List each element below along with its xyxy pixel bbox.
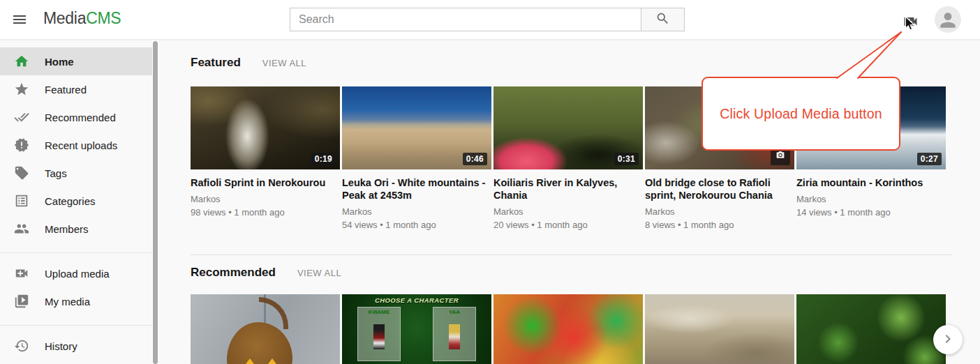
game-character-panel: YAA	[433, 307, 476, 361]
video-thumbnail[interactable]	[493, 294, 643, 364]
game-character-sprite	[373, 324, 385, 349]
chevron-right-icon	[940, 331, 956, 349]
media-meta: 20 views • 1 month ago	[493, 220, 643, 230]
duration-badge: 0:19	[311, 153, 336, 165]
logo-cms: CMS	[86, 9, 121, 27]
sidebar-item-upload-media[interactable]: Upload media	[0, 259, 152, 287]
sidebar-item-label: Tags	[45, 167, 67, 179]
carousel-next-button[interactable]	[933, 325, 963, 354]
media-meta: 54 views • 1 month ago	[342, 220, 491, 230]
media-title[interactable]: Koiliaris River in Kalyves, Chania	[493, 176, 643, 202]
view-all-link[interactable]: VIEW ALL	[262, 58, 306, 68]
media-card	[493, 294, 643, 364]
upload-media-button[interactable]	[900, 13, 921, 30]
video-thumbnail[interactable]: 0:46	[342, 86, 491, 169]
media-author[interactable]: Markos	[796, 194, 946, 204]
sidebar-item-history[interactable]: History	[0, 332, 152, 360]
media-author[interactable]: Markos	[191, 194, 340, 204]
recommended-section-header: Recommended VIEW ALL	[191, 266, 341, 280]
sidebar-item-label: History	[45, 340, 77, 352]
duration-badge: 0:31	[614, 153, 639, 165]
game-character-sprite	[449, 324, 460, 349]
media-card	[796, 294, 946, 364]
video-thumbnail[interactable]	[645, 294, 794, 364]
featured-section-header: Featured VIEW ALL	[191, 56, 306, 70]
video-thumbnail[interactable]	[191, 294, 340, 364]
media-title[interactable]: Rafioli Sprint in Nerokourou	[191, 176, 340, 189]
media-author[interactable]: Markos	[342, 206, 491, 217]
media-card: 0:31 Koiliaris River in Kalyves, Chania …	[493, 86, 643, 230]
sidebar-item-recommended[interactable]: Recommended	[0, 103, 152, 131]
video-thumbnail[interactable]: CHOOSE A CHARACTER KWAME YAA Selected Se…	[342, 294, 491, 364]
app-logo[interactable]: MediaCMS	[43, 9, 121, 28]
done-all-icon	[14, 109, 31, 126]
sidebar-item-my-media[interactable]: My media	[0, 287, 152, 315]
duration-badge: 0:46	[463, 153, 487, 165]
photo-camera-icon	[775, 150, 785, 162]
people-icon	[14, 220, 31, 237]
search-button[interactable]	[641, 8, 685, 31]
sidebar-item-label: My media	[45, 296, 90, 308]
media-author[interactable]: Markos	[645, 206, 794, 217]
media-meta: 98 views • 1 month ago	[191, 207, 340, 218]
media-card: 0:46 Leuka Ori - White mountains - Peak …	[342, 86, 491, 230]
history-icon	[14, 338, 31, 354]
view-all-link[interactable]: VIEW ALL	[297, 268, 341, 278]
sidebar-item-label: Recommended	[45, 112, 116, 123]
duration-badge: 0:27	[917, 153, 942, 165]
media-author[interactable]: Markos	[493, 206, 643, 217]
sidebar-item-recent-uploads[interactable]: Recent uploads	[0, 131, 152, 159]
video-thumbnail[interactable]	[796, 294, 946, 364]
home-icon	[14, 53, 31, 70]
game-heading: CHOOSE A CHARACTER	[342, 296, 491, 304]
hamburger-menu-icon[interactable]	[10, 10, 29, 30]
sidebar-item-tags[interactable]: Tags	[0, 159, 152, 187]
sidebar-item-label: Featured	[45, 84, 87, 96]
search-input[interactable]	[290, 8, 641, 31]
sidebar-item-home[interactable]: Home	[0, 47, 152, 75]
section-title: Recommended	[191, 266, 276, 280]
search-bar	[290, 8, 685, 31]
annotation-text: Click Upload Media button	[720, 106, 882, 122]
search-icon	[655, 11, 670, 28]
sidebar-divider	[0, 252, 152, 253]
sidebar-item-label: Recent uploads	[45, 139, 117, 151]
media-card	[191, 294, 340, 364]
game-character-name: YAA	[433, 309, 475, 315]
user-avatar[interactable]	[935, 6, 961, 33]
star-icon	[14, 81, 31, 98]
top-bar: MediaCMS	[0, 0, 980, 40]
media-card: CHOOSE A CHARACTER KWAME YAA Selected Se…	[342, 294, 491, 364]
video-thumbnail[interactable]: 0:31	[493, 86, 643, 169]
sidebar-item-categories[interactable]: Categories	[0, 187, 152, 215]
tag-icon	[14, 165, 31, 181]
sidebar-item-label: Upload media	[45, 268, 110, 280]
game-character-panel: KWAME	[357, 307, 401, 361]
list-alt-icon	[14, 192, 31, 209]
media-card: 0:19 Rafioli Sprint in Nerokourou Markos…	[191, 86, 340, 230]
sidebar-item-members[interactable]: Members	[0, 215, 152, 243]
media-meta: 8 views • 1 month ago	[645, 220, 794, 230]
annotation-callout: Click Upload Media button	[701, 77, 900, 151]
section-divider	[191, 255, 952, 255]
thumbnail-detail	[244, 358, 256, 364]
media-card	[645, 294, 794, 364]
scrollbar-thumb[interactable]	[153, 41, 158, 364]
media-meta: 14 views • 1 month ago	[796, 207, 946, 218]
video-call-icon	[901, 22, 920, 32]
thumbnail-detail	[266, 358, 279, 364]
sidebar: Home Featured Recommended Recent uploads…	[0, 40, 152, 364]
sidebar-item-label: Members	[45, 223, 89, 235]
video-thumbnail[interactable]: 0:19	[191, 86, 340, 169]
sidebar-divider	[0, 325, 152, 326]
media-title[interactable]: Old bridge close to Rafioli sprint, Nero…	[645, 176, 794, 202]
video-call-icon	[14, 265, 31, 282]
game-character-name: KWAME	[358, 309, 400, 315]
logo-media: Media	[43, 9, 86, 27]
media-title[interactable]: Ziria mountain - Korinthos	[796, 176, 946, 189]
section-title: Featured	[191, 56, 241, 70]
recommended-row: CHOOSE A CHARACTER KWAME YAA Selected Se…	[191, 294, 948, 364]
media-title[interactable]: Leuka Ori - White mountains - Peak at 24…	[342, 176, 491, 202]
sidebar-item-featured[interactable]: Featured	[0, 75, 152, 103]
new-releases-icon	[14, 137, 31, 153]
